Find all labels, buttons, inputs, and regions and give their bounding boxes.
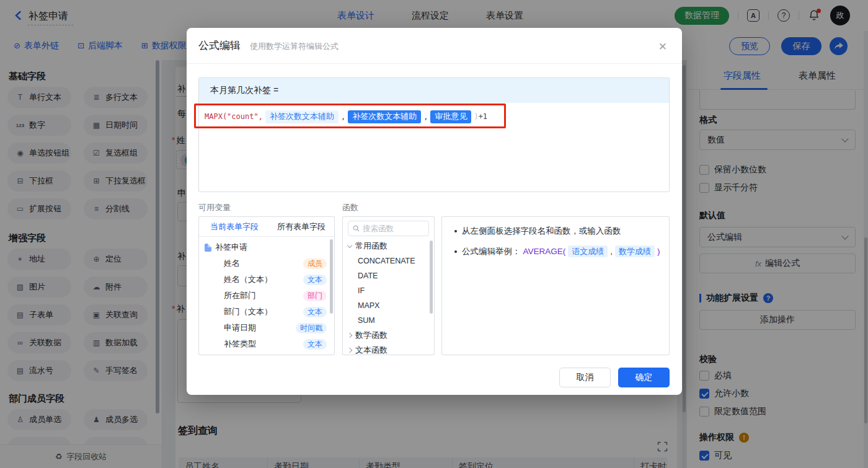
tab-all-form-fields[interactable]: 所有表单字段 (277, 221, 326, 232)
example-field-pill: 数学成绩 (615, 245, 655, 257)
type-tag: 部门 (303, 291, 327, 301)
form-icon (205, 244, 211, 252)
function-item[interactable]: DATE (343, 268, 434, 283)
function-search-input[interactable] (363, 224, 418, 233)
cancel-button[interactable]: 取消 (559, 368, 611, 387)
type-tag: 时间戳 (296, 323, 327, 333)
modal-title: 公式编辑 (198, 38, 241, 53)
help-line: 从左侧面板选择字段名和函数，或输入函数 (454, 226, 669, 237)
chevron-right-icon (347, 333, 352, 338)
tab-current-form-fields[interactable]: 当前表单字段 (210, 221, 259, 232)
tree-root[interactable]: 补签申请 (199, 239, 334, 255)
formula-field-pill[interactable]: 补签次数文本辅助 (265, 110, 339, 123)
type-tag: 成员 (303, 258, 327, 269)
function-item[interactable]: MAPX (343, 298, 434, 313)
type-tag: 文本 (303, 307, 327, 317)
formula-function: MAPX("count", (205, 112, 263, 121)
function-group[interactable]: 常用函数 (343, 239, 434, 254)
modal-subtitle: 使用数学运算符编辑公式 (250, 41, 339, 52)
variables-tree: 补签申请 姓名成员 姓名（文本）文本 所在部门部门 部门（文本）文本 申请日期时… (199, 237, 334, 352)
functions-label: 函数 (342, 202, 358, 213)
variables-scrollbar[interactable] (330, 239, 333, 314)
formula-edit-modal: 公式编辑 使用数学运算符编辑公式 ✕ 本月第几次补签 = MAPX("count… (187, 28, 682, 395)
type-tag: 文本 (303, 339, 327, 350)
variables-label: 可用变量 (198, 202, 231, 213)
formula-editor[interactable]: 本月第几次补签 = MAPX("count", 补签次数文本辅助 , 补签次数文… (198, 77, 670, 192)
function-item[interactable]: SUM (343, 313, 434, 328)
formula-target: 本月第几次补签 = (199, 78, 669, 103)
variable-item[interactable]: 部门（文本）文本 (199, 304, 334, 320)
functions-panel: 常用函数 CONCATENATE DATE IF MAPX SUM 数学函数 文… (342, 216, 435, 355)
help-example-line: 公式编辑举例：AVERAGE(语文成绩,数学成绩) (454, 245, 669, 257)
chevron-down-icon (347, 242, 352, 247)
function-item[interactable]: CONCATENATE (343, 254, 434, 268)
function-item[interactable]: IF (343, 283, 434, 298)
ok-button[interactable]: 确定 (618, 368, 670, 387)
search-icon (353, 225, 360, 232)
variable-item[interactable]: 姓名（文本）文本 (199, 272, 334, 288)
help-panel: 从左侧面板选择字段名和函数，或输入函数 公式编辑举例：AVERAGE(语文成绩,… (441, 216, 670, 355)
function-search[interactable] (348, 221, 429, 236)
variable-item[interactable]: 补签类型文本 (199, 336, 334, 352)
close-icon[interactable]: ✕ (658, 40, 667, 53)
variables-tabs: 当前表单字段 所有表单字段 (199, 217, 334, 237)
variable-item[interactable]: 申请日期时间戳 (199, 320, 334, 336)
variable-item[interactable]: 所在部门部门 (199, 288, 334, 304)
functions-scrollbar[interactable] (430, 241, 433, 314)
formula-expression[interactable]: MAPX("count", 补签次数文本辅助 , 补签次数文本辅助 , 审批意见… (205, 110, 487, 123)
chevron-right-icon (347, 348, 352, 353)
type-tag: 文本 (303, 275, 327, 285)
formula-field-pill-selected[interactable]: 审批意见 (430, 110, 471, 123)
variable-item[interactable]: 姓名成员 (199, 255, 334, 272)
function-group[interactable]: 文本函数 (343, 343, 434, 355)
formula-field-pill-selected[interactable]: 补签次数文本辅助 (348, 110, 421, 123)
variables-panel: 当前表单字段 所有表单字段 补签申请 姓名成员 姓名（文本）文本 所在部门部门 … (198, 216, 335, 355)
function-group[interactable]: 数学函数 (343, 328, 434, 343)
modal-divider (187, 63, 682, 64)
example-field-pill: 语文成绩 (568, 245, 608, 257)
